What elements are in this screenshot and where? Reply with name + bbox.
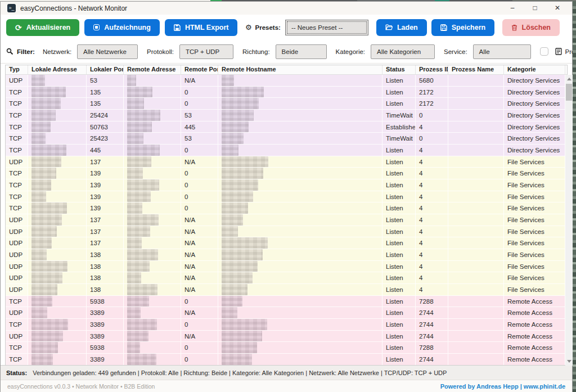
table-row[interactable]: UDP53N/AListen5680Directory Services <box>6 75 565 87</box>
redacted-value <box>127 145 160 156</box>
cell-process-id: 5680 <box>416 75 448 86</box>
cell-local-port: 3389 <box>87 331 124 342</box>
table-row[interactable]: TCP1390Listen4File Services <box>6 168 565 179</box>
table-row[interactable]: UDP137N/AListen4File Services <box>6 226 565 238</box>
column-header-typ[interactable]: Typ <box>6 65 28 74</box>
record-button[interactable]: Aufzeichnung <box>84 19 160 36</box>
maximize-button[interactable]: □ <box>524 2 546 14</box>
cell-process-name <box>448 168 504 179</box>
cell-status: Listen <box>382 87 416 98</box>
vertical-scrollbar[interactable] <box>565 75 573 366</box>
cell-process-id: 4 <box>416 272 448 283</box>
column-header-kategorie[interactable]: Kategorie <box>504 65 565 74</box>
html-export-button[interactable]: HTML Export <box>165 19 238 36</box>
table-row[interactable]: TCP1350Listen2172Directory Services <box>6 98 565 110</box>
protokoll-label: Protokoll: <box>147 48 174 55</box>
netzwerk-select[interactable]: Alle Netzwerke <box>77 44 138 59</box>
refresh-button[interactable]: ⟳ Aktualisieren <box>6 19 79 36</box>
load-preset-button[interactable]: Laden <box>376 19 427 36</box>
redacted-value <box>127 237 142 249</box>
table-row[interactable]: UDP137N/AListen4File Services <box>6 156 565 168</box>
cell-process-name <box>448 214 504 226</box>
search-icon <box>6 48 14 55</box>
column-header-prozess-id[interactable]: Prozess ID <box>416 65 448 74</box>
table-row[interactable]: TCP2542453TimeWait0Directory Services <box>6 110 565 121</box>
cell-remote-hostname <box>218 354 382 365</box>
table-row[interactable]: UDP137N/AListen4File Services <box>6 237 565 249</box>
cell-process-id: 4 <box>416 202 448 214</box>
redacted-value <box>32 296 52 307</box>
cell-remote-address <box>124 237 181 249</box>
cell-remote-port: N/A <box>181 156 218 168</box>
cell-remote-hostname <box>218 342 382 353</box>
redacted-value <box>32 121 51 133</box>
cell-status: Listen <box>382 354 416 365</box>
column-header-lokaler-port[interactable]: Lokaler Port <box>87 65 124 74</box>
table-row[interactable]: UDP3389N/AListen2744Remote Access <box>6 307 565 319</box>
cell-remote-port: N/A <box>181 331 218 342</box>
table-row[interactable]: UDP138N/AListen4File Services <box>6 261 565 273</box>
table-row[interactable]: TCP59380Listen7288Remote Access <box>6 296 565 308</box>
redacted-value <box>32 110 56 121</box>
save-preset-button[interactable]: Speichern <box>431 19 494 36</box>
cell-category: File Services <box>504 214 565 226</box>
column-header-status[interactable]: Status <box>382 65 416 74</box>
table-row[interactable]: TCP1390Listen4File Services <box>6 179 565 191</box>
redacted-value <box>127 296 149 307</box>
cell-remote-hostname <box>218 191 382 202</box>
powered-by-link[interactable]: Powered by Andreas Hepp | www.phinit.de <box>440 383 565 390</box>
table-row[interactable]: TCP33890Listen2744Remote Access <box>6 354 565 366</box>
folder-icon <box>385 24 393 30</box>
column-header-remote-hostname[interactable]: Remote Hostname <box>218 65 382 74</box>
cell-process-name <box>448 202 504 214</box>
table-row[interactable]: TCP2542353TimeWait0Directory Services <box>6 133 565 145</box>
table-row[interactable]: UDP137N/AListen4File Services <box>6 214 565 226</box>
cell-remote-address <box>124 145 181 156</box>
column-header-lokale-adresse[interactable]: Lokale Adresse <box>28 65 87 74</box>
cell-remote-hostname <box>218 237 382 249</box>
cell-process-id: 4 <box>416 145 448 156</box>
cell-typ: TCP <box>6 296 28 307</box>
table-row[interactable]: UDP138N/AListen4File Services <box>6 272 565 284</box>
table-row[interactable]: TCP1390Listen4File Services <box>6 191 565 203</box>
protokoll-select[interactable]: TCP + UDP <box>179 44 233 59</box>
table-row[interactable]: UDP138N/AListen4File Services <box>6 284 565 296</box>
cell-local-port: 445 <box>87 145 124 156</box>
table-row[interactable]: TCP50763445Established4Directory Service… <box>6 121 565 133</box>
table-row[interactable]: UDP3389N/AListen2744Remote Access <box>6 331 565 343</box>
cell-local-address <box>28 156 87 168</box>
cell-process-id: 4 <box>416 226 448 237</box>
close-button[interactable]: ✕ <box>546 2 569 14</box>
service-select[interactable]: Alle <box>473 44 531 59</box>
column-header-remote-port[interactable]: Remote Port <box>181 65 218 74</box>
redacted-value <box>32 226 57 237</box>
delete-preset-button[interactable]: Löschen <box>502 19 560 36</box>
table-row[interactable]: TCP59380Listen7288Remote Access <box>6 342 565 354</box>
cell-category: File Services <box>504 191 565 202</box>
cell-remote-address <box>124 249 181 260</box>
cell-typ: UDP <box>6 226 28 237</box>
cell-process-name <box>448 226 504 237</box>
scroll-down-arrow[interactable] <box>565 358 573 366</box>
cell-remote-port: N/A <box>181 261 218 272</box>
column-header-prozess-name[interactable]: Prozess Name <box>448 65 504 74</box>
richtung-select[interactable]: Beide <box>276 44 327 59</box>
redacted-value <box>222 261 258 272</box>
table-row[interactable]: UDP138N/AListen4File Services <box>6 249 565 261</box>
table-row[interactable]: TCP1350Listen2172Directory Services <box>6 87 565 98</box>
cell-status: Listen <box>382 249 416 260</box>
processinfo-checkbox[interactable] <box>540 47 548 56</box>
scroll-up-arrow[interactable] <box>565 75 573 83</box>
kategorie-select[interactable]: Alle Kategorien <box>371 44 435 59</box>
table-row[interactable]: TCP1390Listen4File Services <box>6 202 565 214</box>
cell-typ: UDP <box>6 331 28 342</box>
table-row[interactable]: TCP4450Listen4Directory Services <box>6 145 565 156</box>
preset-select[interactable]: -- Neues Preset -- <box>285 20 368 35</box>
scrollbar-thumb[interactable] <box>566 84 572 101</box>
cell-local-port: 135 <box>87 98 124 109</box>
table-row[interactable]: TCP33890Listen2744Remote Access <box>6 319 565 331</box>
minimize-button[interactable]: – <box>501 2 524 14</box>
cell-typ: TCP <box>6 145 28 156</box>
column-header-remote-adresse[interactable]: Remote Adresse <box>124 65 181 74</box>
cell-process-id: 4 <box>416 249 448 260</box>
